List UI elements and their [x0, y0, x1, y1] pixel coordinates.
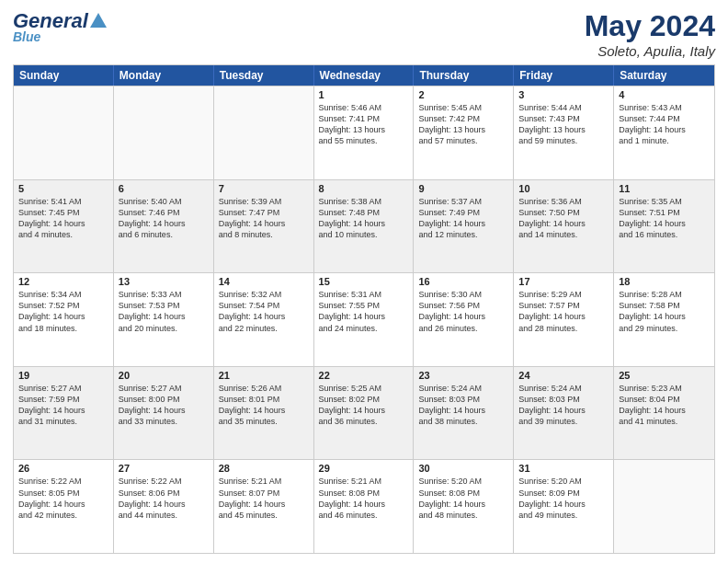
day-number: 19 — [18, 370, 108, 381]
cell-daylight-info: Sunrise: 5:24 AM Sunset: 8:03 PM Dayligh… — [518, 383, 609, 428]
day-number: 11 — [619, 183, 710, 194]
cal-cell-4-6 — [614, 460, 714, 553]
cal-cell-3-4: 23Sunrise: 5:24 AM Sunset: 8:03 PM Dayli… — [414, 367, 514, 460]
cal-cell-1-6: 11Sunrise: 5:35 AM Sunset: 7:51 PM Dayli… — [614, 180, 714, 273]
cell-daylight-info: Sunrise: 5:34 AM Sunset: 7:52 PM Dayligh… — [18, 289, 108, 334]
cal-cell-2-4: 16Sunrise: 5:30 AM Sunset: 7:56 PM Dayli… — [414, 273, 514, 366]
cal-cell-4-3: 29Sunrise: 5:21 AM Sunset: 8:08 PM Dayli… — [314, 460, 415, 553]
day-number: 8 — [319, 183, 409, 194]
day-number: 12 — [18, 276, 108, 287]
header-monday: Monday — [114, 65, 214, 86]
day-number: 5 — [18, 183, 108, 194]
day-number: 18 — [619, 276, 710, 287]
day-number: 4 — [619, 89, 710, 100]
calendar: Sunday Monday Tuesday Wednesday Thursday… — [13, 64, 715, 554]
header-thursday: Thursday — [414, 65, 514, 86]
cell-daylight-info: Sunrise: 5:41 AM Sunset: 7:45 PM Dayligh… — [18, 196, 108, 241]
cal-cell-1-5: 10Sunrise: 5:36 AM Sunset: 7:50 PM Dayli… — [514, 180, 614, 273]
svg-marker-0 — [90, 13, 107, 28]
cal-cell-1-3: 8Sunrise: 5:38 AM Sunset: 7:48 PM Daylig… — [314, 180, 415, 273]
cal-cell-3-0: 19Sunrise: 5:27 AM Sunset: 7:59 PM Dayli… — [14, 367, 114, 460]
cell-daylight-info: Sunrise: 5:20 AM Sunset: 8:09 PM Dayligh… — [518, 476, 609, 521]
cal-cell-3-1: 20Sunrise: 5:27 AM Sunset: 8:00 PM Dayli… — [114, 367, 214, 460]
cell-daylight-info: Sunrise: 5:32 AM Sunset: 7:54 PM Dayligh… — [219, 289, 309, 334]
day-number: 17 — [518, 276, 609, 287]
day-number: 15 — [319, 276, 409, 287]
day-number: 26 — [18, 463, 108, 474]
header-saturday: Saturday — [614, 65, 714, 86]
cal-cell-4-4: 30Sunrise: 5:20 AM Sunset: 8:08 PM Dayli… — [414, 460, 514, 553]
day-number: 10 — [518, 183, 609, 194]
day-number: 7 — [219, 183, 309, 194]
day-number: 21 — [219, 370, 309, 381]
day-number: 9 — [418, 183, 508, 194]
day-number: 23 — [418, 370, 508, 381]
cal-cell-2-0: 12Sunrise: 5:34 AM Sunset: 7:52 PM Dayli… — [14, 273, 114, 366]
cal-cell-3-2: 21Sunrise: 5:26 AM Sunset: 8:01 PM Dayli… — [214, 367, 314, 460]
day-number: 6 — [119, 183, 209, 194]
header-sunday: Sunday — [14, 65, 114, 86]
cal-cell-1-4: 9Sunrise: 5:37 AM Sunset: 7:49 PM Daylig… — [414, 180, 514, 273]
cal-cell-3-6: 25Sunrise: 5:23 AM Sunset: 8:04 PM Dayli… — [614, 367, 714, 460]
day-number: 25 — [619, 370, 710, 381]
cell-daylight-info: Sunrise: 5:39 AM Sunset: 7:47 PM Dayligh… — [219, 196, 309, 241]
cell-daylight-info: Sunrise: 5:40 AM Sunset: 7:46 PM Dayligh… — [119, 196, 209, 241]
day-number: 16 — [418, 276, 508, 287]
title-month: May 2024 — [585, 9, 715, 43]
cell-daylight-info: Sunrise: 5:27 AM Sunset: 8:00 PM Dayligh… — [119, 383, 209, 428]
cal-cell-2-3: 15Sunrise: 5:31 AM Sunset: 7:55 PM Dayli… — [314, 273, 415, 366]
day-number: 3 — [518, 89, 609, 100]
cal-cell-0-3: 1Sunrise: 5:46 AM Sunset: 7:41 PM Daylig… — [314, 86, 415, 179]
cal-cell-0-6: 4Sunrise: 5:43 AM Sunset: 7:44 PM Daylig… — [614, 86, 714, 179]
cell-daylight-info: Sunrise: 5:28 AM Sunset: 7:58 PM Dayligh… — [619, 289, 710, 334]
cell-daylight-info: Sunrise: 5:30 AM Sunset: 7:56 PM Dayligh… — [418, 289, 508, 334]
cal-cell-0-4: 2Sunrise: 5:45 AM Sunset: 7:42 PM Daylig… — [414, 86, 514, 179]
cell-daylight-info: Sunrise: 5:46 AM Sunset: 7:41 PM Dayligh… — [319, 102, 409, 147]
logo-bird-icon — [90, 11, 107, 31]
cell-daylight-info: Sunrise: 5:21 AM Sunset: 8:08 PM Dayligh… — [319, 476, 409, 521]
cal-cell-1-1: 6Sunrise: 5:40 AM Sunset: 7:46 PM Daylig… — [114, 180, 214, 273]
cell-daylight-info: Sunrise: 5:27 AM Sunset: 7:59 PM Dayligh… — [18, 383, 108, 428]
cal-cell-1-2: 7Sunrise: 5:39 AM Sunset: 7:47 PM Daylig… — [214, 180, 314, 273]
header-tuesday: Tuesday — [214, 65, 314, 86]
cal-cell-0-5: 3Sunrise: 5:44 AM Sunset: 7:43 PM Daylig… — [514, 86, 614, 179]
week-row-4: 19Sunrise: 5:27 AM Sunset: 7:59 PM Dayli… — [14, 366, 714, 460]
header-friday: Friday — [514, 65, 614, 86]
day-number: 28 — [219, 463, 309, 474]
cal-cell-4-1: 27Sunrise: 5:22 AM Sunset: 8:06 PM Dayli… — [114, 460, 214, 553]
calendar-header: Sunday Monday Tuesday Wednesday Thursday… — [14, 65, 714, 86]
cal-cell-2-1: 13Sunrise: 5:33 AM Sunset: 7:53 PM Dayli… — [114, 273, 214, 366]
calendar-body: 1Sunrise: 5:46 AM Sunset: 7:41 PM Daylig… — [14, 86, 714, 553]
week-row-5: 26Sunrise: 5:22 AM Sunset: 8:05 PM Dayli… — [14, 459, 714, 553]
cal-cell-0-2 — [214, 86, 314, 179]
day-number: 14 — [219, 276, 309, 287]
header-wednesday: Wednesday — [314, 65, 415, 86]
cal-cell-0-0 — [14, 86, 114, 179]
cal-cell-4-0: 26Sunrise: 5:22 AM Sunset: 8:05 PM Dayli… — [14, 460, 114, 553]
cell-daylight-info: Sunrise: 5:24 AM Sunset: 8:03 PM Dayligh… — [418, 383, 508, 428]
header: General Blue May 2024 Soleto, Apulia, It… — [13, 9, 715, 59]
cell-daylight-info: Sunrise: 5:20 AM Sunset: 8:08 PM Dayligh… — [418, 476, 508, 521]
cell-daylight-info: Sunrise: 5:45 AM Sunset: 7:42 PM Dayligh… — [418, 102, 508, 147]
day-number: 22 — [319, 370, 409, 381]
day-number: 27 — [119, 463, 209, 474]
cell-daylight-info: Sunrise: 5:21 AM Sunset: 8:07 PM Dayligh… — [219, 476, 309, 521]
cell-daylight-info: Sunrise: 5:23 AM Sunset: 8:04 PM Dayligh… — [619, 383, 710, 428]
cell-daylight-info: Sunrise: 5:25 AM Sunset: 8:02 PM Dayligh… — [319, 383, 409, 428]
week-row-3: 12Sunrise: 5:34 AM Sunset: 7:52 PM Dayli… — [14, 272, 714, 366]
cal-cell-2-5: 17Sunrise: 5:29 AM Sunset: 7:57 PM Dayli… — [514, 273, 614, 366]
day-number: 24 — [518, 370, 609, 381]
cell-daylight-info: Sunrise: 5:36 AM Sunset: 7:50 PM Dayligh… — [518, 196, 609, 241]
day-number: 29 — [319, 463, 409, 474]
week-row-2: 5Sunrise: 5:41 AM Sunset: 7:45 PM Daylig… — [14, 179, 714, 273]
day-number: 20 — [119, 370, 209, 381]
day-number: 1 — [319, 89, 409, 100]
cal-cell-4-5: 31Sunrise: 5:20 AM Sunset: 8:09 PM Dayli… — [514, 460, 614, 553]
page: General Blue May 2024 Soleto, Apulia, It… — [0, 0, 728, 563]
cell-daylight-info: Sunrise: 5:37 AM Sunset: 7:49 PM Dayligh… — [418, 196, 508, 241]
cell-daylight-info: Sunrise: 5:22 AM Sunset: 8:06 PM Dayligh… — [119, 476, 209, 521]
week-row-1: 1Sunrise: 5:46 AM Sunset: 7:41 PM Daylig… — [14, 86, 714, 179]
cal-cell-3-5: 24Sunrise: 5:24 AM Sunset: 8:03 PM Dayli… — [514, 367, 614, 460]
cell-daylight-info: Sunrise: 5:35 AM Sunset: 7:51 PM Dayligh… — [619, 196, 710, 241]
cell-daylight-info: Sunrise: 5:22 AM Sunset: 8:05 PM Dayligh… — [18, 476, 108, 521]
